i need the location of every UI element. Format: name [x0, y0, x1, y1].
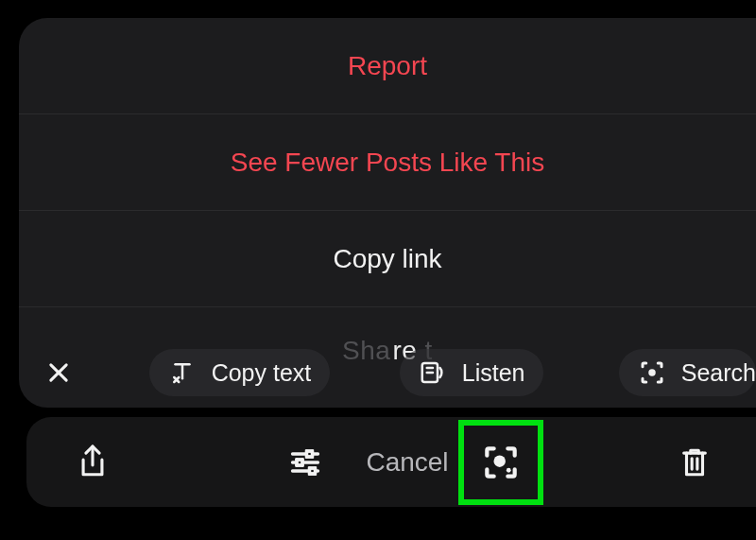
copy-text-button[interactable]: Copy text: [149, 349, 331, 396]
delete-button[interactable]: [633, 417, 756, 507]
speaker-icon: [419, 358, 447, 387]
listen-label: Listen: [462, 359, 525, 387]
lens-icon: [638, 358, 666, 387]
report-label: Report: [348, 51, 427, 81]
close-icon: [45, 359, 72, 386]
adjust-button[interactable]: [249, 417, 362, 507]
close-button[interactable]: [45, 351, 72, 394]
search-label: Search: [681, 359, 756, 387]
cancel-label: Cancel: [366, 447, 448, 478]
see-fewer-label: See Fewer Posts Like This: [231, 148, 545, 178]
share-icon: [77, 444, 109, 481]
search-button[interactable]: Search: [619, 349, 756, 396]
svg-point-22: [493, 455, 505, 466]
copy-link-label: Copy link: [333, 244, 441, 274]
listen-button[interactable]: Listen: [400, 349, 544, 396]
svg-point-23: [506, 467, 510, 472]
copy-text-label: Copy text: [212, 359, 312, 387]
lens-icon: [480, 442, 522, 483]
share-button[interactable]: [26, 417, 159, 507]
trash-icon: [679, 444, 711, 480]
see-fewer-button[interactable]: See Fewer Posts Like This: [19, 114, 756, 211]
smart-select-bar: Copy text Listen Search: [45, 345, 756, 400]
lens-button-highlighted[interactable]: [458, 420, 543, 505]
copy-link-button[interactable]: Copy link: [19, 211, 756, 307]
sliders-icon: [288, 445, 322, 479]
text-select-icon: [168, 358, 197, 387]
bottom-toolbar: Cancel: [26, 417, 756, 507]
svg-point-3: [648, 369, 656, 376]
report-button[interactable]: Report: [19, 18, 756, 114]
cancel-button[interactable]: Cancel: [362, 417, 455, 507]
